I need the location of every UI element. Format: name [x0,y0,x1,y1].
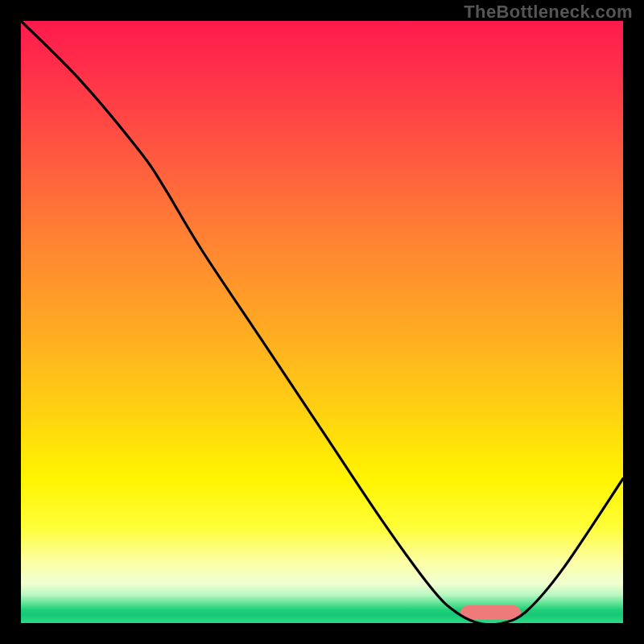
bottleneck-curve [21,21,623,623]
plot-area [21,21,623,623]
curve-path [21,21,623,623]
watermark-text: TheBottleneck.com [464,2,633,23]
chart-stage: TheBottleneck.com [0,0,644,644]
